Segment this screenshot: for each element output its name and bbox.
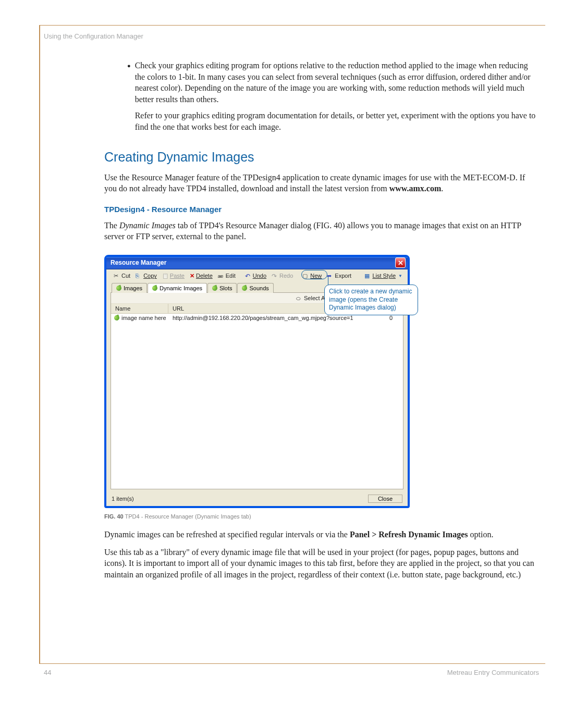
left-rule xyxy=(39,25,40,663)
tab-slots[interactable]: Slots xyxy=(207,283,237,293)
pa1-b: Panel > Refresh Dynamic Images xyxy=(350,530,468,539)
tab-label: Dynamic Images xyxy=(160,285,202,291)
pa1-c: option. xyxy=(468,530,493,539)
export-label: Export xyxy=(335,273,351,279)
section-title: Creating Dynamic Images xyxy=(104,150,538,165)
window-close-button[interactable]: ✕ xyxy=(395,257,406,268)
new-button[interactable]: New xyxy=(300,272,324,280)
redo-label: Redo xyxy=(279,273,293,279)
page-number: 44 xyxy=(44,669,51,676)
bullet-text: Check your graphics editing program for … xyxy=(135,60,538,105)
resource-manager-window: Resource Manager ✕ Click to create a new… xyxy=(104,255,410,508)
window-title: Resource Manager xyxy=(111,259,166,266)
sub-paragraph: The Dynamic Images tab of TPD4's Resourc… xyxy=(104,220,538,242)
close-icon: ✕ xyxy=(398,259,403,267)
dropdown-arrow-icon: ▼ xyxy=(398,274,402,278)
scissors-icon xyxy=(114,273,120,279)
footer-rule xyxy=(39,663,545,664)
export-button[interactable]: Export xyxy=(325,272,353,280)
list-icon xyxy=(364,273,371,279)
paste-label: Paste xyxy=(170,273,185,279)
tab-label: Images xyxy=(124,285,142,291)
close-button[interactable]: Close xyxy=(368,495,402,503)
tab-panel: Select All Sort Sort A Name URL Refresh … xyxy=(111,292,403,489)
figcap-num: FIG. 40 xyxy=(104,513,124,520)
edit-button[interactable]: Edit xyxy=(216,272,238,280)
main-toolbar: Cut Copy Paste ✕ Delete Edit Undo Redo N… xyxy=(106,269,408,282)
footer-title: Metreau Entry Communicators xyxy=(447,669,539,676)
leaf-icon xyxy=(241,285,248,292)
undo-label: Undo xyxy=(253,273,266,279)
cut-label: Cut xyxy=(121,273,130,279)
intro-link: www.amx.com xyxy=(389,184,442,193)
leaf-icon xyxy=(152,285,158,292)
liststyle-menu[interactable]: List Style ▼ xyxy=(364,273,402,279)
pa1-a: Dynamic images can be refreshed at speci… xyxy=(104,530,350,539)
edit-icon xyxy=(218,273,224,279)
leaf-icon xyxy=(116,285,123,292)
empty-area xyxy=(111,322,403,489)
copy-button[interactable]: Copy xyxy=(133,272,159,280)
bullet-list: ● Check your graphics editing program fo… xyxy=(127,60,538,133)
col-name-header[interactable]: Name xyxy=(111,304,168,313)
bullet-icon: ● xyxy=(127,60,131,71)
leaf-icon xyxy=(212,285,218,292)
cell-name: image name here xyxy=(111,315,168,321)
bullet-text-wrap: Check your graphics editing program for … xyxy=(135,60,538,133)
redo-icon xyxy=(272,273,278,279)
subsection-title: TPDesign4 - Resource Manager xyxy=(104,205,538,214)
copy-label: Copy xyxy=(143,273,157,279)
redo-button[interactable]: Redo xyxy=(270,272,295,280)
figcap-text: TPD4 - Resource Manager (Dynamic Images … xyxy=(124,513,251,520)
delete-label: Delete xyxy=(196,273,213,279)
cell-refresh: 0 xyxy=(369,315,403,321)
list-item: ● Check your graphics editing program fo… xyxy=(127,60,538,133)
titlebar: Resource Manager ✕ xyxy=(106,257,408,269)
undo-button[interactable]: Undo xyxy=(243,272,268,280)
delete-button[interactable]: ✕ Delete xyxy=(188,272,215,280)
delete-icon: ✕ xyxy=(190,273,194,279)
top-rule xyxy=(39,25,545,26)
edit-label: Edit xyxy=(226,273,236,279)
tab-images[interactable]: Images xyxy=(112,283,147,293)
sub-a: The xyxy=(104,221,119,230)
copy-icon xyxy=(136,273,142,279)
paste-button[interactable]: Paste xyxy=(160,272,187,280)
sub-b: Dynamic Images xyxy=(119,221,176,230)
intro-paragraph: Use the Resource Manager feature of the … xyxy=(104,172,538,194)
tab-label: Sounds xyxy=(249,285,268,291)
tab-label: Slots xyxy=(219,285,232,291)
header-breadcrumb: Using the Configuration Manager xyxy=(44,32,143,40)
para-after-1: Dynamic images can be refreshed at speci… xyxy=(104,529,538,540)
cell-url: http://admin@192.168.220.20/pages/stream… xyxy=(168,315,369,321)
annotation-callout: Click to create a new dynamic image (ope… xyxy=(324,285,418,315)
intro-text-c: . xyxy=(441,184,443,193)
tab-dynamic-images[interactable]: Dynamic Images xyxy=(148,283,207,293)
main-content: ● Check your graphics editing program fo… xyxy=(104,0,538,580)
paste-icon xyxy=(162,273,168,279)
liststyle-label: List Style xyxy=(372,273,396,279)
figure-caption: FIG. 40 TPD4 - Resource Manager (Dynamic… xyxy=(104,513,538,520)
bullet-text-cont: Refer to your graphics editing program d… xyxy=(135,110,538,132)
status-text: 1 item(s) xyxy=(112,496,134,502)
new-label: New xyxy=(310,273,322,279)
select-icon xyxy=(296,295,302,301)
statusbar: 1 item(s) Close xyxy=(106,492,408,506)
leaf-icon xyxy=(114,315,120,322)
cut-button[interactable]: Cut xyxy=(112,272,132,280)
new-icon xyxy=(302,273,309,279)
footer: 44 Metreau Entry Communicators xyxy=(0,663,563,684)
tab-sounds[interactable]: Sounds xyxy=(237,283,273,293)
intro-text-a: Use the Resource Manager feature of the … xyxy=(104,173,525,193)
para-after-2: Use this tab as a "library" of every dyn… xyxy=(104,547,538,581)
row-name-text: image name here xyxy=(121,315,166,321)
select-all-button[interactable]: Select All xyxy=(296,295,327,301)
undo-icon xyxy=(245,273,251,279)
